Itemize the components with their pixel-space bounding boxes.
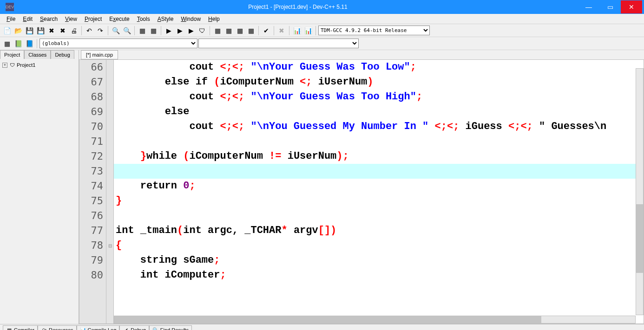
compiler-select[interactable]: TDM-GCC 4.9.2 64-bit Release: [318, 26, 430, 35]
tab-compiler[interactable]: ▦Compiler: [3, 325, 38, 330]
log-icon: 📊: [80, 327, 86, 330]
separator: [81, 26, 82, 35]
goto-func-icon[interactable]: 📘: [24, 39, 34, 49]
goto-icon[interactable]: ▦: [148, 26, 158, 36]
line-number-gutter: 666768697071727374757677787980: [79, 60, 106, 324]
compile-run-icon[interactable]: ▶: [186, 26, 196, 36]
menu-window[interactable]: Window: [177, 15, 204, 23]
scrollbar-thumb[interactable]: [114, 316, 541, 323]
menu-tools[interactable]: Tools: [133, 15, 154, 23]
window-icon[interactable]: ▦: [235, 26, 245, 36]
print-icon[interactable]: 🖨: [69, 26, 79, 36]
tab-compile-log[interactable]: 📊Compile Log: [77, 325, 120, 330]
menu-astyle[interactable]: AStyle: [154, 15, 177, 23]
compiler-icon: ▦: [6, 327, 13, 330]
replace-icon[interactable]: 🔍: [122, 26, 132, 36]
separator: [258, 26, 259, 35]
main-area: Project Classes Debug + 🛡 Project1 [*] m…: [0, 50, 644, 324]
menu-edit[interactable]: Edit: [19, 15, 36, 23]
tab-project[interactable]: Project: [0, 50, 24, 59]
menu-file[interactable]: File: [3, 15, 19, 23]
menu-help[interactable]: Help: [204, 15, 223, 23]
code-container: 666768697071727374757677787980 ⊟ cout <;…: [79, 59, 644, 324]
left-panel-tabs: Project Classes Debug: [0, 50, 79, 59]
window-tile-icon[interactable]: ▦: [212, 26, 223, 36]
app-icon: DEV: [6, 3, 14, 11]
tab-debug[interactable]: Debug: [51, 50, 74, 59]
editor-area: [*] main.cpp 666768697071727374757677787…: [79, 50, 644, 324]
separator: [108, 26, 108, 35]
redo-icon[interactable]: ↷: [95, 26, 105, 36]
window-buttons: — ▭ ✕: [578, 0, 642, 13]
compile-icon[interactable]: ▶: [164, 26, 174, 36]
window-title: Project1 - [Project1.dev] - Dev-C++ 5.11: [18, 4, 578, 10]
profile2-icon[interactable]: 📊: [303, 26, 313, 36]
close-file-icon[interactable]: ✖: [46, 26, 57, 36]
tree-root-label: Project1: [17, 62, 35, 68]
separator: [161, 26, 161, 35]
maximize-button[interactable]: ▭: [599, 0, 621, 13]
vertical-scrollbar[interactable]: [636, 68, 644, 315]
tree-root[interactable]: + 🛡 Project1: [2, 61, 77, 69]
member-select[interactable]: [198, 39, 359, 48]
scope-select[interactable]: (globals): [39, 39, 197, 48]
debug-icon: ✔: [123, 327, 129, 330]
tab-find-results[interactable]: 🔍Find Results: [149, 325, 192, 330]
run-icon[interactable]: ▶: [175, 26, 185, 36]
tab-resources[interactable]: 🗂Resources: [38, 325, 77, 330]
new-file-icon[interactable]: 📄: [2, 26, 12, 36]
separator: [315, 26, 316, 35]
menubar: File Edit Search View Project Execute To…: [0, 14, 644, 24]
editor-tab-main[interactable]: [*] main.cpp: [81, 50, 118, 59]
toolbar-secondary: ▦ 📗 📘 (globals): [0, 37, 644, 50]
separator: [210, 26, 210, 35]
toolbar-main: 📄 📂 💾 💾 ✖ ✖ 🖨 ↶ ↷ 🔍 🔍 ▦ ▦ ▶ ▶ ▶ 🛡 ▦ ▦ ▦ …: [0, 24, 644, 37]
separator: [134, 26, 135, 35]
save-icon[interactable]: 💾: [24, 26, 34, 36]
separator: [289, 26, 289, 35]
shield-icon: 🛡: [8, 61, 16, 69]
close-all-icon[interactable]: ✖: [58, 26, 68, 36]
minimize-button[interactable]: —: [578, 0, 599, 13]
horizontal-scrollbar[interactable]: [114, 316, 636, 324]
undo-icon[interactable]: ↶: [84, 26, 94, 36]
fold-column: ⊟: [106, 60, 114, 324]
find-icon[interactable]: 🔍: [111, 26, 121, 36]
left-panel: Project Classes Debug + 🛡 Project1: [0, 50, 79, 324]
new-class-icon[interactable]: ▦: [2, 39, 12, 49]
profile-icon[interactable]: 📊: [292, 26, 302, 36]
menu-search[interactable]: Search: [36, 15, 61, 23]
find-icon: 🔍: [152, 327, 159, 330]
resources-icon: 🗂: [41, 327, 47, 330]
stop-icon[interactable]: ✖: [276, 26, 287, 36]
bottom-panel-tabs: ▦Compiler 🗂Resources 📊Compile Log ✔Debug…: [0, 324, 644, 330]
scrollbar-thumb[interactable]: [636, 204, 643, 273]
menu-execute[interactable]: Execute: [105, 15, 133, 23]
expand-icon[interactable]: +: [2, 63, 7, 68]
close-button[interactable]: ✕: [621, 0, 642, 13]
new-func-icon[interactable]: 📗: [13, 39, 23, 49]
window-cascade-icon[interactable]: ▦: [223, 26, 234, 36]
tab-debug-bottom[interactable]: ✔Debug: [119, 325, 149, 330]
open-file-icon[interactable]: 📂: [13, 26, 23, 36]
titlebar: DEV Project1 - [Project1.dev] - Dev-C++ …: [0, 0, 644, 14]
menu-project[interactable]: Project: [81, 15, 105, 23]
rebuild-icon[interactable]: 🛡: [197, 26, 207, 36]
editor-tabs: [*] main.cpp: [79, 50, 644, 59]
separator: [274, 26, 274, 35]
debug-icon[interactable]: ✔: [261, 26, 271, 36]
project-tree[interactable]: + 🛡 Project1: [0, 59, 79, 324]
bookmark-icon[interactable]: ▦: [137, 26, 147, 36]
separator: [37, 39, 37, 48]
tab-classes[interactable]: Classes: [24, 50, 51, 59]
menu-view[interactable]: View: [61, 15, 81, 23]
window-grid-icon[interactable]: ▦: [246, 26, 256, 36]
save-all-icon[interactable]: 💾: [35, 26, 46, 36]
code-editor[interactable]: cout <;<; "\nYour Guess Was Too Low"; el…: [114, 60, 644, 324]
